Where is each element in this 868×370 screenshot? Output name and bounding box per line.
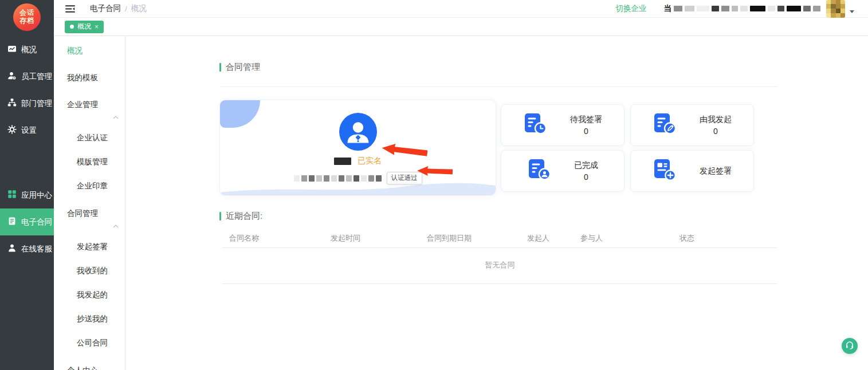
tab-strip: 概况 × [54,18,868,36]
subnav-company-contracts[interactable]: 公司合同 [54,331,125,355]
nav-label: 电子合同 [21,217,52,227]
subnav-my-templates[interactable]: 我的模板 [54,64,125,91]
logo-line1: 会话 [19,9,34,17]
censored-user-id [294,175,382,182]
subnav-template-mgmt[interactable]: 模版管理 [54,150,125,174]
nav-spacer [0,144,54,182]
nav-item-settings[interactable]: 设置 [0,117,54,144]
table-empty-state: 暂无合同 [222,248,777,284]
main-content: 合同管理 已实名 [125,36,868,370]
user-avatar[interactable] [826,0,845,18]
stat-card-pending-sign[interactable]: 待我签署 0 [501,104,625,146]
col-expiry-date: 合同到期日期 [420,233,520,243]
sidebar-collapse-icon[interactable] [65,5,75,13]
section-title-recent: 近期合同: [219,211,778,222]
current-company-prefix: 当 [664,3,672,14]
profile-card: 已实名 认证通过 [219,100,496,196]
logo-line2: 存档 [19,17,34,25]
doc-clock-icon [523,113,548,138]
nav-item-app-center[interactable]: 应用中心 [0,182,54,208]
customer-service-button[interactable] [842,338,858,354]
col-contract-name: 合同名称 [222,233,324,243]
chevron-down-icon[interactable] [850,10,854,13]
section-divider [219,86,778,87]
breadcrumb: 电子合同 / 概况 [90,3,147,14]
nav-label: 应用中心 [21,190,52,200]
employee-icon [7,71,17,82]
stat-label: 发起签署 [700,165,732,177]
dashboard-row: 已实名 认证通过 [219,100,778,196]
breadcrumb-current: 概况 [131,3,147,14]
nav-label: 设置 [21,125,37,136]
primary-nav: 概况 员工管理 部门管理 设置 应用中心 电子合同 [0,36,54,262]
nav-label: 部门管理 [21,99,52,109]
headset-icon [845,340,854,352]
breadcrumb-separator: / [125,5,127,13]
red-arrow-annotation [417,165,453,180]
nav-item-online-service[interactable]: 在线客服 [0,235,54,262]
profile-center: 已实名 认证通过 [220,113,496,184]
recent-contracts-table: 合同名称 发起时间 合同到期日期 发起人 参与人 状态 暂无合同 [222,229,777,284]
breadcrumb-root[interactable]: 电子合同 [90,3,121,14]
censored-company-name [674,6,820,11]
app-root: 会话 存档 概况 员工管理 部门管理 设置 [0,0,868,370]
nav-label: 概况 [21,45,37,55]
subnav-initiate-sign[interactable]: 发起签署 [54,235,125,259]
stat-label: 待我签署 [570,113,602,125]
stat-cards-grid: 待我签署 0 由我发起 0 [501,104,754,192]
stat-value: 0 [570,125,602,137]
nav-label: 员工管理 [21,72,52,82]
doc-plus-icon [653,159,678,184]
doc-stamp-icon [527,159,552,184]
subnav-company-seal[interactable]: 企业印章 [54,174,125,198]
switch-company-link[interactable]: 切换企业 [616,3,647,14]
subnav-initiated[interactable]: 我发起的 [54,283,125,307]
nav-item-employees[interactable]: 员工管理 [0,63,54,90]
censored-user-name [334,158,351,165]
topbar-right: 切换企业 当 [616,0,855,18]
overview-chart-icon [7,44,17,55]
subnav-cc-me[interactable]: 抄送我的 [54,307,125,331]
stat-label: 已完成 [574,159,598,171]
stat-value: 0 [700,125,732,137]
stat-card-completed[interactable]: 已完成 0 [501,150,625,192]
primary-sidebar: 会话 存档 概况 员工管理 部门管理 设置 [0,0,54,370]
col-start-time: 发起时间 [324,233,420,243]
current-company: 当 [664,3,821,14]
service-person-icon [7,243,17,254]
subnav-company-cert[interactable]: 企业认证 [54,126,125,150]
nav-item-overview[interactable]: 概况 [0,36,54,63]
nav-item-departments[interactable]: 部门管理 [0,90,54,117]
name-row: 已实名 [334,156,382,166]
tab-label: 概况 [77,22,91,32]
col-initiator: 发起人 [520,233,574,243]
secondary-sidebar: 概况 我的模板 企业管理 企业认证 模版管理 企业印章 合同管理 发起签署 我收… [54,36,125,370]
subnav-personal-center[interactable]: 个人中心 [54,357,125,370]
section-title-contract: 合同管理 [219,62,778,73]
tab-active-dot [70,25,74,29]
tab-overview[interactable]: 概况 × [65,21,104,33]
nav-item-e-contract[interactable]: 电子合同 [0,208,54,235]
tab-close-icon[interactable]: × [95,23,99,31]
subnav-contract-mgmt[interactable]: 合同管理 [54,200,125,227]
stat-value: 0 [574,171,598,183]
profile-avatar-icon [339,113,377,151]
subnav-company-mgmt[interactable]: 企业管理 [54,91,125,118]
logo-wrap: 会话 存档 [0,0,54,36]
col-status: 状态 [673,233,777,243]
stat-card-initiated-by-me[interactable]: 由我发起 0 [630,104,754,146]
verified-tag: 已实名 [358,156,382,166]
subnav-overview[interactable]: 概况 [54,37,125,64]
title-accent-bar [219,212,221,221]
contract-doc-icon [7,217,17,227]
stat-card-start-sign[interactable]: 发起签署 [630,150,754,192]
app-logo[interactable]: 会话 存档 [13,3,41,31]
apps-grid-icon [7,190,17,200]
body-row: 概况 我的模板 企业管理 企业认证 模版管理 企业印章 合同管理 发起签署 我收… [54,36,868,370]
subnav-received[interactable]: 我收到的 [54,259,125,283]
topbar: 电子合同 / 概况 切换企业 当 [54,0,868,18]
main-column: 电子合同 / 概况 切换企业 当 [54,0,868,370]
stat-label: 由我发起 [700,113,732,125]
nav-label: 在线客服 [21,244,52,254]
table-header-row: 合同名称 发起时间 合同到期日期 发起人 参与人 状态 [222,229,777,248]
